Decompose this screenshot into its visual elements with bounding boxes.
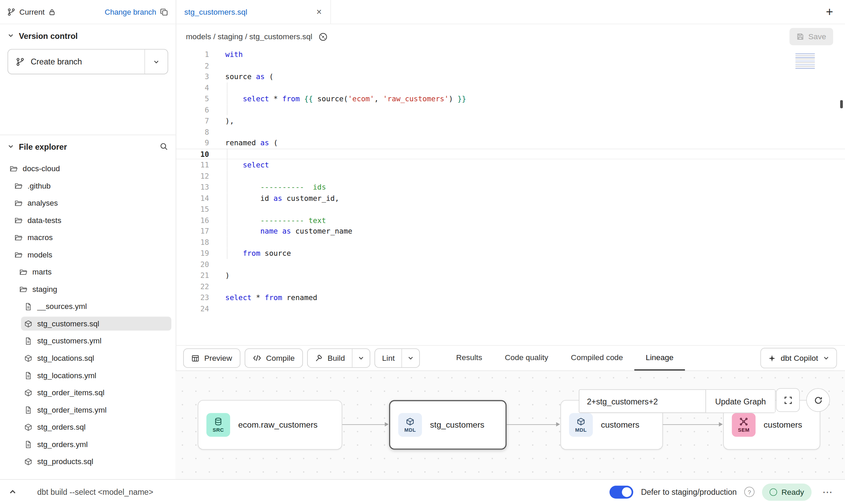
search-icon[interactable]	[159, 142, 168, 151]
fullscreen-button[interactable]	[776, 388, 800, 412]
code-line: 13 ---------- ids	[176, 181, 845, 192]
file-tree-item[interactable]: staging	[0, 281, 176, 298]
results-tab-results[interactable]: Results	[445, 346, 493, 371]
code-line: 4	[176, 82, 845, 93]
preview-button[interactable]: Preview	[183, 349, 240, 368]
lint-main[interactable]: Lint	[375, 349, 402, 367]
file-tree-item-content: stg_order_items.sql	[21, 386, 172, 400]
file-tree-item[interactable]: data-tests	[0, 212, 176, 229]
file-tree-item[interactable]: stg_locations.yml	[0, 367, 176, 384]
file-tree-item[interactable]: __sources.yml	[0, 298, 176, 315]
file-tree-item[interactable]: macros	[0, 229, 176, 246]
code-editor[interactable]: 1with23source as (45 select * from {{ so…	[176, 49, 845, 345]
build-dropdown[interactable]	[352, 349, 370, 367]
folder-icon	[15, 234, 23, 242]
model-icon	[24, 457, 32, 465]
code-line: 19 from source	[176, 248, 845, 258]
file-tree-item[interactable]: marts	[0, 263, 176, 281]
file-tree-item[interactable]: stg_order_items.yml	[0, 401, 176, 418]
file-icon	[24, 371, 32, 380]
file-tree-item[interactable]: .github	[0, 177, 176, 195]
new-tab-button[interactable]: +	[814, 4, 845, 19]
results-tab-compiled-code[interactable]: Compiled code	[560, 346, 634, 371]
defer-toggle[interactable]	[610, 486, 633, 499]
tab-close-icon[interactable]: ×	[316, 7, 322, 16]
app: Current Change branch Version control Cr…	[0, 0, 845, 504]
code-text: select	[225, 159, 269, 170]
code-line: 14 id as customer_id,	[176, 193, 845, 204]
create-branch-main[interactable]: Create branch	[8, 49, 145, 74]
branch-icon	[8, 8, 16, 16]
line-number: 5	[176, 93, 209, 104]
file-tree-item[interactable]: analyses	[0, 194, 176, 212]
code-text: ),	[225, 115, 234, 126]
lock-icon	[48, 8, 56, 15]
compile-button[interactable]: Compile	[244, 349, 303, 368]
file-label: macros	[28, 233, 53, 242]
minimap[interactable]	[796, 53, 815, 69]
node-badge-mdl: MDL	[569, 413, 593, 436]
file-tree-item[interactable]: models	[0, 246, 176, 264]
arrowhead-icon	[385, 422, 388, 427]
file-tree-item-content: docs-cloud	[6, 162, 171, 176]
scrollbar-thumb[interactable]	[840, 100, 843, 108]
version-control-header[interactable]: Version control	[0, 24, 176, 47]
save-button[interactable]: Save	[789, 28, 833, 45]
tab-stg-customers[interactable]: stg_customers.sql ×	[176, 0, 331, 24]
node-label: ecom.raw_customers	[238, 420, 318, 430]
file-tree-item[interactable]: stg_customers.sql	[0, 315, 176, 332]
chevron-down-icon	[153, 58, 159, 65]
file-tree-item[interactable]: stg_order_items.sql	[0, 384, 176, 401]
ready-badge[interactable]: Ready	[762, 483, 812, 501]
lint-dropdown[interactable]	[402, 349, 419, 367]
code-line: 23select * from renamed	[176, 292, 845, 303]
results-tab-lineage[interactable]: Lineage	[634, 346, 685, 371]
create-branch-button[interactable]: Create branch	[8, 49, 168, 74]
file-explorer-header[interactable]: File explorer	[0, 135, 176, 158]
create-branch-dropdown[interactable]	[144, 49, 168, 74]
lineage-node-ecom-raw_customers[interactable]: SRCecom.raw_customers	[198, 400, 342, 449]
result-tabs: ResultsCode qualityCompiled codeLineage	[445, 346, 685, 371]
line-number: 8	[176, 126, 209, 137]
chevron-down-icon	[8, 32, 14, 39]
update-graph-button[interactable]: Update Graph	[705, 390, 775, 412]
change-branch-link[interactable]: Change branch	[105, 8, 156, 16]
lineage-panel[interactable]: SRCecom.raw_customersMDLstg_customersMDL…	[176, 371, 845, 481]
line-number: 14	[176, 193, 209, 204]
line-number: 12	[176, 171, 209, 181]
results-tab-code-quality[interactable]: Code quality	[493, 346, 560, 371]
help-icon[interactable]: ?	[744, 487, 755, 497]
tab-bar: stg_customers.sql × +	[176, 0, 845, 24]
table-icon	[191, 354, 200, 362]
chevron-down-icon	[8, 143, 14, 150]
file-icon	[24, 440, 32, 448]
breadcrumb: models / staging / stg_customers.sql	[186, 32, 312, 41]
overflow-menu-button[interactable]: ⋯	[819, 486, 836, 498]
file-tree-item[interactable]: stg_orders.yml	[0, 435, 176, 453]
editor-toolbar: Preview Compile Build	[176, 345, 845, 371]
file-tree-item[interactable]: stg_orders.sql	[0, 418, 176, 436]
model-icon	[24, 423, 32, 431]
lineage-selector-input[interactable]	[579, 390, 706, 412]
build-main[interactable]: Build	[307, 349, 352, 367]
refresh-button[interactable]	[806, 388, 830, 412]
file-label: stg_orders.sql	[37, 423, 86, 431]
ready-label: Ready	[782, 488, 804, 496]
collapse-chevron-icon[interactable]	[9, 488, 17, 496]
lineage-node-stg_customers[interactable]: MDLstg_customers	[389, 400, 506, 449]
line-number: 24	[176, 303, 209, 314]
copilot-button[interactable]: dbt Copilot	[760, 348, 837, 368]
file-label: stg_locations.yml	[37, 371, 96, 380]
file-tree-item[interactable]: stg_customers.yml	[0, 332, 176, 350]
current-branch-label: Current	[19, 8, 45, 16]
version-control-title: Version control	[19, 31, 77, 40]
dbt-file-icon[interactable]	[318, 32, 328, 41]
file-tree-item[interactable]: stg_products.sql	[0, 453, 176, 470]
sidebar: Current Change branch Version control Cr…	[0, 0, 176, 479]
file-tree-item[interactable]: docs-cloud	[0, 160, 176, 177]
file-tree-item-content: models	[11, 248, 171, 262]
file-tree-item[interactable]: stg_locations.sql	[0, 350, 176, 367]
copy-icon[interactable]	[160, 8, 168, 16]
toggle-knob	[622, 487, 632, 496]
code-text: from source	[225, 248, 291, 258]
